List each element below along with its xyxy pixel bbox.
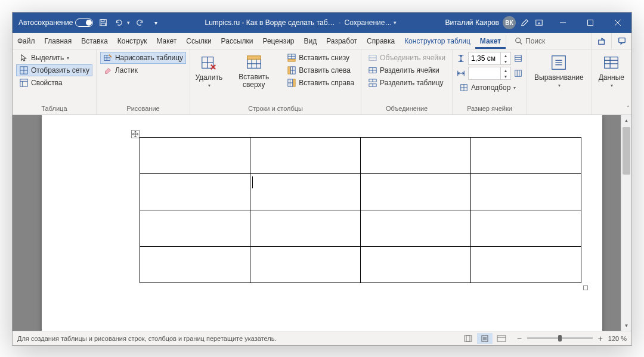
autosave-toggle[interactable]: Автосохранение (18, 18, 93, 27)
search-box[interactable]: Поиск (506, 33, 591, 49)
insert-left-button[interactable]: Вставить слева (284, 64, 357, 76)
properties-button[interactable]: Свойства (16, 77, 92, 89)
autofit-icon (459, 83, 469, 92)
ribbon: Выделить▾ Отобразить сетку Свойства Табл… (13, 49, 631, 115)
scroll-up-icon[interactable]: ▲ (621, 115, 631, 126)
view-print-icon[interactable] (477, 333, 493, 344)
gridlines-button[interactable]: Отобразить сетку (16, 64, 92, 76)
distribute-cols-icon[interactable] (513, 69, 523, 78)
user-name[interactable]: Виталий Каиров (445, 18, 499, 27)
ribbon-display-icon[interactable] (534, 17, 544, 28)
merge-cells-button: Объединить ячейки (365, 52, 448, 64)
insert-left-icon (287, 66, 296, 75)
insert-below-button[interactable]: Вставить снизу (284, 52, 357, 64)
draw-table-button[interactable]: Нарисовать таблицу (100, 52, 186, 64)
maximize-button[interactable] (577, 13, 604, 33)
data-icon (602, 53, 621, 72)
zoom-in-button[interactable]: + (596, 334, 605, 343)
distribute-rows-icon[interactable] (513, 54, 523, 63)
tab-mailings[interactable]: Рассылки (216, 33, 258, 49)
spin-down[interactable]: ▼ (501, 73, 510, 79)
col-width-input[interactable]: ▲▼ (468, 67, 511, 80)
delete-button[interactable]: Удалить ▾ (194, 52, 224, 89)
minimize-button[interactable] (549, 13, 577, 33)
saving-status: Сохранение… (345, 18, 392, 27)
svg-rect-77 (465, 336, 472, 342)
svg-rect-83 (497, 336, 506, 342)
collapse-ribbon-icon[interactable]: ˆ (627, 105, 629, 112)
eraser-button[interactable]: Ластик (100, 64, 186, 76)
tab-view[interactable]: Вид (299, 33, 322, 49)
view-focus-icon[interactable] (460, 333, 476, 344)
autosave-switch[interactable] (75, 18, 93, 27)
spin-down[interactable]: ▼ (501, 58, 510, 64)
svg-line-9 (520, 42, 522, 44)
search-icon (515, 37, 523, 45)
redo-icon[interactable] (135, 17, 145, 28)
alignment-button[interactable]: Выравнивание ▾ (531, 52, 587, 89)
comments-button[interactable] (611, 33, 631, 49)
scroll-thumb[interactable] (623, 127, 630, 175)
svg-rect-61 (515, 70, 522, 77)
document-area[interactable]: ▲ ▼ (13, 115, 631, 331)
select-button[interactable]: Выделить▾ (16, 52, 92, 64)
tab-file[interactable]: Файл (13, 33, 40, 49)
split-cells-button[interactable]: Разделить ячейки (365, 64, 448, 76)
tab-help[interactable]: Справка (362, 33, 400, 49)
tab-layout[interactable]: Макет (151, 33, 181, 49)
tab-table-design[interactable]: Конструктор таблиц (400, 33, 475, 49)
split-cells-icon (368, 66, 377, 75)
group-table: Выделить▾ Отобразить сетку Свойства Табл… (13, 49, 97, 114)
tab-home[interactable]: Главная (40, 33, 77, 49)
split-table-button[interactable]: Разделить таблицу (365, 77, 448, 89)
zoom-out-button[interactable]: − (515, 334, 524, 343)
undo-icon[interactable] (113, 17, 124, 28)
vertical-scrollbar[interactable]: ▲ ▼ (621, 115, 631, 331)
undo-dropdown[interactable]: ▾ (127, 20, 130, 26)
insert-right-icon (287, 78, 296, 88)
app-window: Автосохранение ▾ ▾ Lumpics.ru - Как в Во… (12, 12, 632, 346)
tab-review[interactable]: Рецензир (258, 33, 299, 49)
group-data: Данные ▾ (592, 49, 631, 114)
insert-above-button[interactable]: Вставить сверху (227, 52, 280, 90)
tab-table-layout[interactable]: Макет (475, 33, 506, 49)
spin-up[interactable]: ▲ (501, 52, 510, 58)
pen-input-icon[interactable] (519, 17, 530, 28)
col-width-icon (456, 69, 466, 78)
svg-rect-38 (288, 67, 290, 74)
view-web-icon[interactable] (494, 333, 509, 344)
statusbar: Для создания таблицы и рисования строк, … (13, 331, 631, 345)
zoom-level[interactable]: 120 % (608, 335, 627, 342)
svg-rect-1 (101, 20, 104, 22)
tab-insert[interactable]: Вставка (76, 33, 113, 49)
group-table-title: Таблица (16, 104, 92, 114)
page[interactable] (42, 115, 602, 331)
group-merge: Объединить ячейки Разделить ячейки Разде… (361, 49, 453, 114)
group-draw: Нарисовать таблицу Ластик Рисование (97, 49, 190, 114)
table-resize-handle-icon[interactable] (583, 285, 588, 290)
close-button[interactable] (604, 13, 631, 33)
share-button[interactable] (591, 33, 611, 49)
tab-developer[interactable]: Разработ (321, 33, 362, 49)
avatar[interactable]: ВК (503, 16, 516, 29)
title-dropdown[interactable]: ▾ (394, 20, 397, 26)
svg-rect-10 (598, 40, 604, 44)
svg-rect-55 (515, 55, 522, 62)
svg-rect-78 (466, 336, 470, 342)
autofit-button[interactable]: Автоподбор▾ (456, 82, 523, 94)
data-button[interactable]: Данные ▾ (595, 52, 628, 89)
tab-references[interactable]: Ссылки (181, 33, 216, 49)
group-draw-title: Рисование (100, 104, 186, 114)
insert-right-button[interactable]: Вставить справа (284, 77, 357, 89)
zoom-slider[interactable] (527, 337, 593, 339)
tab-design[interactable]: Конструк (113, 33, 152, 49)
titlebar: Автосохранение ▾ ▾ Lumpics.ru - Как в Во… (13, 13, 631, 33)
eraser-icon (103, 66, 113, 75)
save-icon[interactable] (98, 17, 109, 28)
document-table[interactable] (140, 137, 581, 283)
spin-up[interactable]: ▲ (501, 67, 510, 73)
row-height-input[interactable]: 1,35 см▲▼ (468, 52, 511, 65)
table-move-handle-icon[interactable] (131, 130, 140, 138)
qat-customize-icon[interactable]: ▾ (150, 17, 161, 28)
scroll-down-icon[interactable]: ▼ (621, 320, 631, 331)
